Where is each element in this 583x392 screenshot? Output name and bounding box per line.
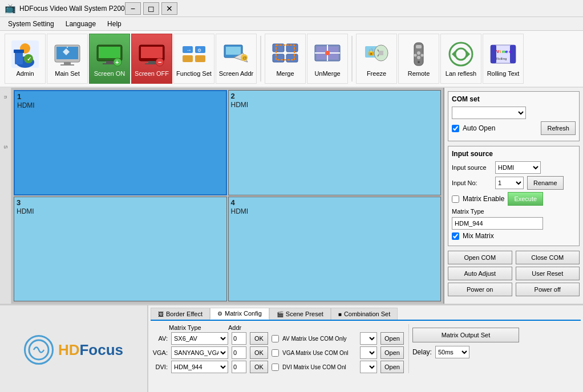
action-buttons: Open COM Close COM Auto Adjust User Rese… — [448, 251, 580, 299]
menu-language[interactable]: Language — [60, 19, 102, 29]
header-addr: Addr — [228, 324, 245, 331]
toolbar: ✓ Admin Main Set + — [0, 31, 583, 88]
av-addr-input[interactable] — [232, 332, 246, 345]
av-type-select[interactable]: SX6_AV — [171, 332, 228, 345]
toolbar-btn-function-set[interactable]: → ⚙ Functiog Set — [173, 34, 214, 84]
logo-text: HDFocus — [58, 341, 123, 359]
tab-combination-set[interactable]: ■ Combination Set — [331, 308, 398, 320]
toolbar-btn-rolling-text[interactable]: V i m e o Rolling Rolling Text — [483, 34, 524, 84]
vga-ok-button[interactable]: OK — [250, 346, 268, 359]
screen-label-3: HDMI — [17, 207, 34, 215]
com-port-select[interactable] — [452, 107, 526, 119]
svg-marker-56 — [467, 51, 470, 58]
menu-system-setting[interactable]: System Setting — [2, 19, 60, 29]
av-com-only-checkbox[interactable] — [272, 335, 279, 342]
svg-text:i: i — [500, 49, 501, 54]
svg-point-54 — [418, 61, 420, 63]
vga-com-select[interactable] — [360, 346, 377, 359]
toolbar-btn-remote[interactable]: Remote — [398, 34, 439, 84]
screen-cell-4[interactable]: 4 HDMI — [228, 197, 442, 302]
power-on-button[interactable]: Power on — [448, 283, 512, 296]
toolbar-screen-on-label: Screen ON — [94, 70, 125, 77]
toolbar-btn-freeze[interactable]: 🔒 Freeze — [356, 34, 397, 84]
auto-open-label: Auto Open — [463, 124, 495, 132]
svg-rect-10 — [60, 64, 74, 66]
dvi-label: DVI: — [151, 364, 168, 370]
minimize-button[interactable]: − — [125, 2, 141, 15]
vga-com-only-label: VGA Matrix Use COM Onl — [282, 350, 357, 356]
title-bar-text: HDFocus Video Wall System P200 — [19, 5, 125, 13]
lan-reflesh-icon — [447, 40, 475, 68]
toolbar-btn-unmerge[interactable]: UnMerge — [307, 34, 348, 84]
svg-marker-57 — [452, 51, 455, 58]
close-button[interactable]: ✕ — [161, 2, 177, 15]
right-panel: COM set Auto Open Refresh Input source I… — [443, 88, 583, 304]
screen-cell-2[interactable]: 2 HDMI — [228, 90, 442, 195]
svg-point-11 — [67, 47, 68, 48]
refresh-button[interactable]: Refresh — [541, 121, 576, 135]
vga-open-button[interactable]: Open — [380, 346, 404, 359]
bottom-panel: HDFocus 🖼 Border Effect ⚙ Matrix Config … — [0, 304, 583, 392]
main-layout: n S 1 HDMI 2 HDMI 3 HDMI 4 HDMI COM set — [0, 88, 583, 304]
tab-scene-preset[interactable]: 🎬 Scene Preset — [269, 308, 331, 320]
av-ok-button[interactable]: OK — [250, 332, 268, 345]
toolbar-btn-lan-reflesh[interactable]: Lan reflesh — [440, 34, 481, 84]
source-select[interactable]: HDMI — [495, 161, 541, 174]
toolbar-btn-screen-addr[interactable]: @ Screen Addr — [216, 34, 257, 84]
svg-rect-27 — [195, 55, 205, 62]
av-open-button[interactable]: Open — [380, 332, 404, 345]
screen-cell-1[interactable]: 1 HDMI — [14, 90, 227, 195]
screen-cell-3[interactable]: 3 HDMI — [14, 197, 227, 302]
toolbar-btn-main-set[interactable]: Main Set — [47, 34, 88, 84]
auto-open-checkbox[interactable] — [452, 125, 459, 132]
toolbar-remote-label: Remote — [408, 70, 430, 77]
matrix-row-av: AV: SX6_AV OK AV Matrix Use COM Only Ope… — [151, 332, 404, 345]
delay-select[interactable]: 50ms — [435, 346, 469, 358]
power-off-button[interactable]: Power off — [516, 283, 580, 296]
vga-type-select[interactable]: SANYANG_VGA — [171, 346, 228, 359]
vga-com-only-checkbox[interactable] — [272, 349, 279, 357]
vga-addr-input[interactable] — [232, 346, 246, 359]
dvi-addr-input[interactable] — [232, 361, 246, 373]
matrix-output-set-button[interactable]: Matrix Output Set — [412, 328, 519, 342]
svg-rect-37 — [286, 54, 298, 62]
close-com-button[interactable]: Close COM — [516, 251, 580, 264]
matrix-type-input[interactable]: HDM_944 — [452, 217, 543, 230]
svg-rect-46 — [379, 51, 383, 55]
matrix-enable-checkbox[interactable] — [452, 195, 459, 203]
menu-help[interactable]: Help — [102, 19, 127, 29]
screen-number-2: 2 — [231, 92, 235, 100]
svg-point-43 — [325, 51, 330, 55]
restore-button[interactable]: ◻ — [143, 2, 159, 15]
svg-text:+: + — [115, 59, 119, 66]
svg-rect-31 — [226, 47, 241, 55]
dvi-com-only-checkbox[interactable] — [272, 364, 279, 371]
toolbar-btn-screen-off[interactable]: − Screen OFF — [131, 34, 172, 84]
toolbar-rolling-text-label: Rolling Text — [487, 70, 520, 77]
user-reset-button[interactable]: User Reset — [516, 267, 580, 280]
toolbar-btn-admin[interactable]: ✓ Admin — [5, 34, 46, 84]
toolbar-btn-merge[interactable]: Merge — [265, 34, 306, 84]
svg-text:e: e — [505, 49, 508, 54]
av-com-select[interactable] — [360, 332, 377, 345]
svg-point-52 — [414, 54, 417, 57]
svg-point-50 — [417, 51, 420, 55]
auto-adjust-button[interactable]: Auto Adjust — [448, 267, 512, 280]
dvi-type-select[interactable]: HDM_944 — [171, 361, 228, 373]
toolbar-btn-screen-on[interactable]: + Screen ON — [89, 34, 130, 84]
rename-button[interactable]: Rename — [527, 176, 564, 190]
mix-matrix-checkbox[interactable] — [452, 232, 459, 240]
dvi-open-button[interactable]: Open — [380, 361, 404, 373]
open-com-button[interactable]: Open COM — [448, 251, 512, 264]
execute-button[interactable]: Execute — [508, 192, 543, 206]
tab-border-effect[interactable]: 🖼 Border Effect — [151, 308, 210, 320]
toolbar-sep-2 — [351, 36, 353, 81]
tab-matrix-config[interactable]: ⚙ Matrix Config — [210, 308, 269, 320]
dvi-ok-button[interactable]: OK — [250, 361, 268, 373]
matrix-enable-label: Matrix Enable — [463, 195, 504, 203]
dvi-com-select[interactable] — [360, 361, 377, 373]
left-strip-label: n — [3, 96, 9, 99]
input-no-select[interactable]: 1 — [495, 177, 524, 189]
svg-text:✓: ✓ — [27, 56, 31, 62]
logo-focus: Focus — [79, 341, 123, 358]
